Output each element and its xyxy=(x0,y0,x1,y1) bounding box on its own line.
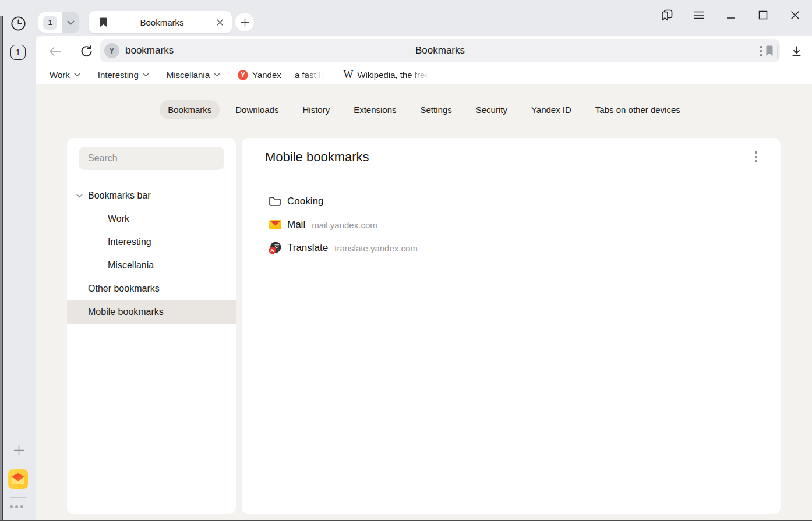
item-url: mail.yandex.com xyxy=(312,220,377,230)
yandex-translate-favicon: A xyxy=(269,242,281,254)
maximize-button[interactable] xyxy=(755,7,771,23)
translate-a-glyph: A xyxy=(270,247,274,253)
address-bar[interactable]: Y bookmarks Bookmarks xyxy=(100,39,780,62)
list-item-cooking[interactable]: Cooking xyxy=(269,190,757,213)
item-label: Cooking xyxy=(287,196,323,207)
tab-bookmarks[interactable]: Bookmarks xyxy=(160,100,220,119)
bookmarks-bar-link-yandex[interactable]: Y Yandex — a fast In xyxy=(238,70,326,80)
bookmark-list: Cooking Mail mail.yandex.com A Translat xyxy=(242,176,781,260)
page-content: Bookmarks Downloads History Extensions S… xyxy=(36,84,812,521)
sidebar-item-other-bookmarks[interactable]: Other bookmarks xyxy=(67,277,236,300)
tab-downloads[interactable]: Downloads xyxy=(227,100,287,119)
tree-label: Bookmarks bar xyxy=(88,190,151,201)
bookmarks-bar-folder-work[interactable]: Work xyxy=(50,70,80,80)
tree-label: Interesting xyxy=(108,237,151,247)
browser-window: 1 Bookmarks Y bookmarks xyxy=(0,0,812,521)
active-tab[interactable]: Bookmarks xyxy=(89,11,232,33)
bookmark-icon xyxy=(99,17,108,27)
minimize-icon xyxy=(726,10,736,20)
rail-divider xyxy=(10,497,26,498)
tree-label: Miscellania xyxy=(108,260,154,271)
bookmarks-bar-folder-miscellania[interactable]: Miscellania xyxy=(167,70,220,80)
download-icon xyxy=(790,45,803,58)
search-box[interactable] xyxy=(79,147,224,170)
toolbar: Y bookmarks Bookmarks xyxy=(36,36,812,65)
tab-count-badge: 1 xyxy=(43,16,57,30)
panel-title: Mobile bookmarks xyxy=(265,150,749,165)
bookmarks-bar-folder-interesting[interactable]: Interesting xyxy=(98,70,149,80)
tab-group-control[interactable]: 1 xyxy=(38,12,79,33)
tab-yandex-id[interactable]: Yandex ID xyxy=(523,100,580,119)
downloads-button[interactable] xyxy=(789,44,804,59)
list-item-mail[interactable]: Mail mail.yandex.com xyxy=(269,213,757,236)
back-button[interactable] xyxy=(48,44,62,58)
menu-button[interactable] xyxy=(691,7,707,23)
tree-label: Work xyxy=(108,214,129,224)
sidebar-item-bookmarks-bar[interactable]: Bookmarks bar xyxy=(67,184,236,207)
reload-icon xyxy=(80,45,93,58)
tab-title: Bookmarks xyxy=(108,17,216,27)
main-header: Mobile bookmarks xyxy=(242,138,781,176)
folder-menu-button[interactable] xyxy=(749,150,763,164)
folder-label: Interesting xyxy=(98,70,139,80)
chevron-down-icon xyxy=(143,73,149,77)
bookmarks-panel-icon xyxy=(660,8,674,22)
maximize-icon xyxy=(758,10,768,20)
close-icon xyxy=(790,10,800,20)
bookmarks-panel-button[interactable] xyxy=(659,7,675,23)
new-tab-button[interactable] xyxy=(235,13,254,31)
yandex-mail-favicon xyxy=(269,218,281,231)
close-window-button[interactable] xyxy=(787,7,803,23)
settings-nav-tabs: Bookmarks Downloads History Extensions S… xyxy=(36,84,812,119)
link-label: Wikipedia, the free xyxy=(357,70,429,80)
chevron-down-icon xyxy=(214,73,220,77)
tree-label: Other bookmarks xyxy=(88,283,160,294)
bookmarks-bar-link-wikipedia[interactable]: W Wikipedia, the free xyxy=(343,69,429,81)
folder-label: Miscellania xyxy=(167,70,210,80)
history-clock-button[interactable] xyxy=(10,15,26,31)
minimize-button[interactable] xyxy=(723,7,739,23)
bookmarks-bar: Work Interesting Miscellania Y Yandex — … xyxy=(36,65,812,84)
link-label: Yandex — a fast In xyxy=(252,70,326,80)
window-left-edge xyxy=(0,16,3,521)
item-label: Translate xyxy=(287,242,328,254)
rail-add-button[interactable] xyxy=(12,443,26,457)
tab-settings[interactable]: Settings xyxy=(412,100,460,119)
sidebar-item-mobile-bookmarks[interactable]: Mobile bookmarks xyxy=(67,300,236,324)
item-url: translate.yandex.com xyxy=(334,243,418,253)
tab-history[interactable]: History xyxy=(294,100,338,119)
search-input[interactable] xyxy=(79,147,224,170)
folder-label: Work xyxy=(50,70,70,80)
yandex-mail-app-icon xyxy=(8,469,28,489)
rail-tab-counter-button[interactable]: 1 xyxy=(10,45,26,60)
list-item-translate[interactable]: A Translate translate.yandex.com xyxy=(269,236,757,260)
item-label: Mail xyxy=(287,219,305,231)
wikipedia-favicon: W xyxy=(343,69,353,81)
chevron-down-icon xyxy=(74,73,80,77)
panels-container: Bookmarks bar Work Interesting Miscellan… xyxy=(67,138,781,514)
bookmarks-tree: Bookmarks bar Work Interesting Miscellan… xyxy=(67,184,236,324)
sidebar-item-work[interactable]: Work xyxy=(67,207,236,231)
site-badge-icon: Y xyxy=(104,43,119,58)
sidebar-item-interesting[interactable]: Interesting xyxy=(67,231,236,254)
sidebar-item-miscellania[interactable]: Miscellania xyxy=(67,254,236,277)
yandex-mail-app-button[interactable] xyxy=(8,469,28,489)
hamburger-menu-icon xyxy=(694,11,704,19)
chevron-down-icon[interactable] xyxy=(75,194,83,198)
chevron-down-icon xyxy=(67,20,75,25)
folder-icon xyxy=(269,195,281,208)
tab-group-count[interactable]: 1 xyxy=(38,12,62,33)
tab-group-expand-button[interactable] xyxy=(62,12,79,33)
close-tab-icon[interactable] xyxy=(216,19,224,26)
plus-icon xyxy=(13,445,24,456)
toolbar-divider xyxy=(777,44,778,58)
clock-icon xyxy=(10,16,26,31)
page-title: Bookmarks xyxy=(100,45,780,56)
tab-extensions[interactable]: Extensions xyxy=(345,100,404,119)
tab-security[interactable]: Security xyxy=(468,100,516,119)
tab-other-devices[interactable]: Tabs on other devices xyxy=(587,100,689,119)
rail-more-button[interactable] xyxy=(10,505,23,508)
address-text: bookmarks xyxy=(125,45,174,56)
toolbar-menu-button[interactable] xyxy=(754,44,768,58)
reload-button[interactable] xyxy=(79,44,93,58)
